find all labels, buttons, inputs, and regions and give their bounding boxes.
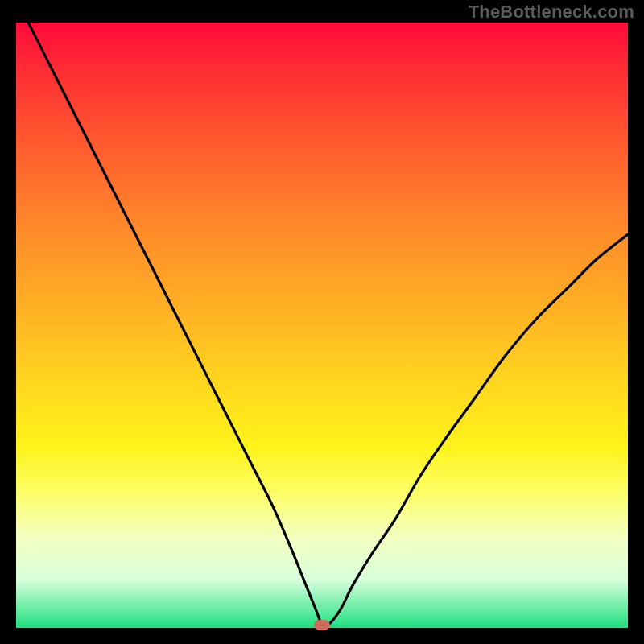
bottleneck-curve bbox=[28, 23, 628, 627]
curve-layer bbox=[16, 23, 628, 628]
minimum-marker bbox=[314, 620, 330, 630]
chart-frame: TheBottleneck.com bbox=[0, 0, 644, 644]
watermark-text: TheBottleneck.com bbox=[469, 2, 634, 23]
plot-area bbox=[16, 23, 628, 628]
